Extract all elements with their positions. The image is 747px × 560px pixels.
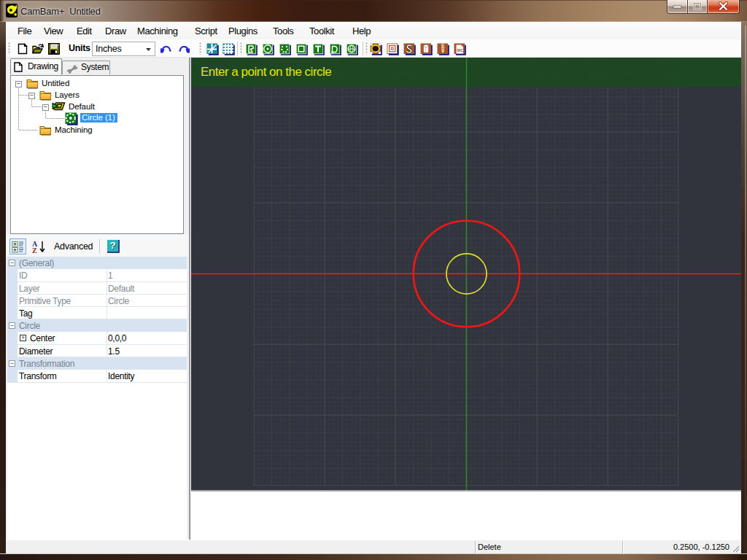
svg-text:MC: MC <box>457 48 464 52</box>
svg-text:Z: Z <box>32 246 37 254</box>
